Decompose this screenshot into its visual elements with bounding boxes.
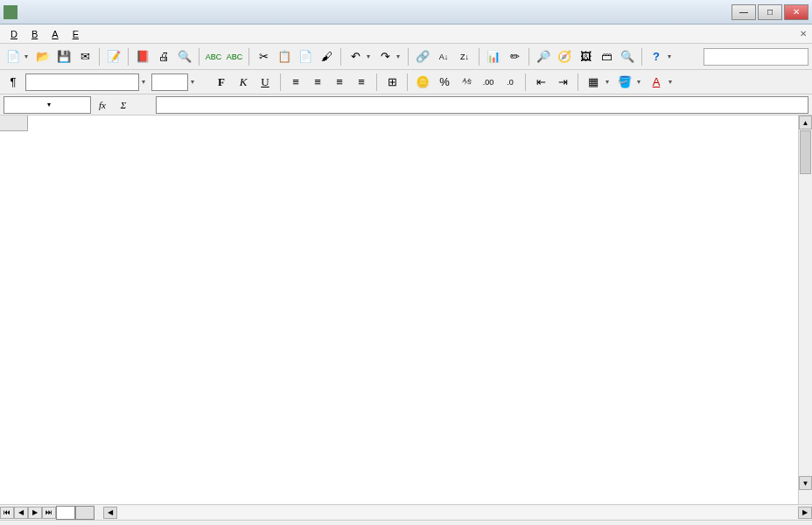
- align-justify-button[interactable]: ≡: [352, 73, 371, 92]
- sort-desc-button[interactable]: Z↓: [455, 47, 474, 66]
- bgcolor-button[interactable]: 🪣: [615, 73, 634, 92]
- tab-last-button[interactable]: ⏭: [42, 507, 56, 519]
- find-button[interactable]: 🔎: [534, 47, 553, 66]
- menu-hilfe[interactable]: [142, 32, 156, 36]
- app-icon: [4, 5, 18, 19]
- redo-button[interactable]: ↷: [375, 47, 395, 66]
- formula-bar: ▾ fx Σ: [0, 94, 812, 116]
- sort-asc-button[interactable]: A↓: [434, 47, 453, 66]
- bold-button[interactable]: F: [212, 73, 231, 92]
- menu-format[interactable]: [86, 32, 100, 36]
- number-std-button[interactable]: ⅍: [457, 73, 476, 92]
- currency-button[interactable]: 🪙: [413, 73, 432, 92]
- sum-button[interactable]: Σ: [114, 96, 133, 114]
- menu-ansicht[interactable]: A: [45, 27, 65, 41]
- italic-button[interactable]: K: [234, 73, 253, 92]
- hyperlink-button[interactable]: 🔗: [413, 47, 432, 66]
- cut-button[interactable]: ✂: [254, 47, 273, 66]
- tab-first-button[interactable]: ⏮: [0, 507, 14, 519]
- increase-indent-button[interactable]: ⇥: [553, 73, 572, 92]
- auto-spellcheck-button[interactable]: ABC: [225, 47, 244, 66]
- fontcolor-button[interactable]: A: [647, 73, 666, 92]
- add-decimal-button[interactable]: .00: [479, 73, 498, 92]
- merge-cells-button[interactable]: ⊞: [382, 73, 402, 92]
- horizontal-scrollbar[interactable]: ◀ ▶: [103, 507, 812, 519]
- document-close-icon[interactable]: ✕: [800, 29, 807, 38]
- styles-button[interactable]: ¶: [4, 73, 23, 92]
- menu-bearbeiten[interactable]: B: [24, 27, 45, 41]
- underline-button[interactable]: U: [256, 73, 275, 92]
- paste-button[interactable]: 📄: [296, 47, 315, 66]
- email-button[interactable]: ✉: [75, 47, 94, 66]
- close-button[interactable]: ✕: [784, 4, 808, 20]
- navigator-button[interactable]: 🧭: [555, 47, 574, 66]
- align-center-button[interactable]: ≡: [308, 73, 327, 92]
- del-decimal-button[interactable]: .0: [500, 73, 520, 92]
- gallery-button[interactable]: 🖼: [576, 47, 595, 66]
- align-right-button[interactable]: ≡: [330, 73, 349, 92]
- hscroll-left-icon[interactable]: ◀: [103, 507, 117, 519]
- function-wizard-button[interactable]: fx: [93, 96, 112, 114]
- scroll-up-icon[interactable]: ▲: [799, 116, 812, 130]
- menu-einfuegen[interactable]: E: [66, 27, 86, 41]
- equals-button[interactable]: [135, 96, 154, 114]
- edit-doc-button[interactable]: 📝: [104, 47, 123, 66]
- percent-button[interactable]: %: [435, 73, 454, 92]
- name-box[interactable]: ▾: [4, 96, 91, 114]
- print-preview-button[interactable]: 🔍: [175, 47, 194, 66]
- show-draw-button[interactable]: ✏: [505, 47, 524, 66]
- menu-extras[interactable]: [100, 32, 114, 36]
- minimize-button[interactable]: —: [732, 4, 756, 20]
- hscroll-right-icon[interactable]: ▶: [798, 507, 812, 519]
- font-name-input[interactable]: [25, 74, 139, 91]
- vertical-scrollbar[interactable]: ▲ ▼: [798, 116, 812, 504]
- chart-button[interactable]: 📊: [484, 47, 503, 66]
- zoom-button[interactable]: 🔍: [618, 47, 637, 66]
- standard-toolbar: 📄▾ 📂 💾 ✉ 📝 📕 🖨 🔍 ABC ABC ✂ 📋 📄 🖌 ↶▾ ↷▾ 🔗…: [0, 44, 812, 70]
- sheet-tab-2stunde[interactable]: [75, 506, 94, 520]
- datasources-button[interactable]: 🗃: [597, 47, 616, 66]
- export-pdf-button[interactable]: 📕: [133, 47, 152, 66]
- scroll-thumb[interactable]: [800, 130, 811, 174]
- tab-prev-button[interactable]: ◀: [14, 507, 28, 519]
- sheet-area: ▲ ▼: [0, 116, 812, 504]
- select-all-corner[interactable]: [0, 116, 28, 131]
- tabs-row: ⏮ ◀ ▶ ⏭ ◀ ▶: [0, 504, 812, 520]
- formula-input[interactable]: [156, 96, 808, 114]
- format-toolbar: ¶ ▾ ▾ F K U ≡ ≡ ≡ ≡ ⊞ 🪙 % ⅍ .00 .0 ⇤ ⇥ ▦…: [0, 70, 812, 94]
- print-button[interactable]: 🖨: [154, 47, 173, 66]
- save-button[interactable]: 💾: [54, 47, 74, 66]
- scroll-down-icon[interactable]: ▼: [799, 476, 812, 490]
- decrease-indent-button[interactable]: ⇤: [531, 73, 550, 92]
- font-size-dropdown-icon[interactable]: ▾: [191, 78, 198, 86]
- format-paintbrush-button[interactable]: 🖌: [317, 47, 336, 66]
- search-input[interactable]: [704, 48, 808, 66]
- borders-button[interactable]: ▦: [584, 73, 603, 92]
- menubar: D B A E ✕: [0, 24, 812, 44]
- open-button[interactable]: 📂: [33, 47, 52, 66]
- font-name-dropdown-icon[interactable]: ▾: [142, 78, 149, 86]
- menu-datei[interactable]: D: [4, 27, 24, 41]
- help-button[interactable]: ?: [647, 47, 666, 66]
- titlebar[interactable]: — □ ✕: [0, 0, 812, 24]
- copy-button[interactable]: 📋: [275, 47, 294, 66]
- statusbar: ⊖ ⊕: [0, 520, 812, 525]
- font-size-input[interactable]: [151, 74, 188, 91]
- maximize-button[interactable]: □: [758, 4, 782, 20]
- spellcheck-button[interactable]: ABC: [204, 47, 223, 66]
- undo-button[interactable]: ↶: [346, 47, 365, 66]
- menu-fenster[interactable]: [128, 32, 142, 36]
- tab-next-button[interactable]: ▶: [28, 507, 42, 519]
- align-left-button[interactable]: ≡: [286, 73, 305, 92]
- sheet-tab-sales[interactable]: [56, 506, 75, 520]
- new-doc-button[interactable]: 📄: [4, 47, 23, 66]
- menu-daten[interactable]: [114, 32, 128, 36]
